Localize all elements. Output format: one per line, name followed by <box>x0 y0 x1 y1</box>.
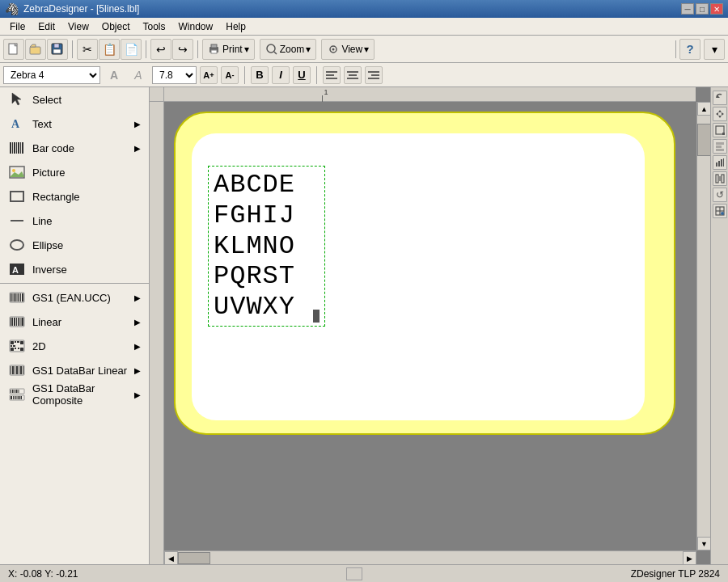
close-button[interactable]: ✕ <box>710 3 723 15</box>
rp-undo-button[interactable]: ↺ <box>713 188 727 202</box>
gs1-label: GS1 (EAN.UCC) <box>32 292 111 304</box>
align-right-button[interactable] <box>365 66 383 84</box>
horizontal-scrollbar[interactable]: ◀ ▶ <box>164 550 696 564</box>
sidebar-item-text[interactable]: A Text ▶ <box>0 112 149 136</box>
italic-button[interactable]: I <box>272 66 290 84</box>
barcode-label: Bar code <box>32 142 74 154</box>
inverse-label: Inverse <box>32 264 67 276</box>
line-icon <box>8 212 26 230</box>
svg-rect-73 <box>20 366 22 374</box>
sidebar-item-2d[interactable]: 2D ▶ <box>0 334 149 358</box>
svg-marker-90 <box>718 116 722 118</box>
help-button[interactable]: ? <box>679 39 700 60</box>
title-area: 🦓 ZebraDesigner - [5lines.lbl] <box>5 2 139 15</box>
svg-rect-96 <box>716 146 722 148</box>
svg-rect-68 <box>11 366 11 374</box>
menu-object[interactable]: Object <box>95 19 137 34</box>
font-larger-button[interactable]: A+ <box>200 66 218 84</box>
font-smaller-button[interactable]: A- <box>221 66 239 84</box>
svg-rect-78 <box>15 390 15 393</box>
statusbar: X: -0.08 Y: -0.21 ZDesigner TLP 2824 <box>0 564 728 582</box>
svg-marker-89 <box>718 110 722 112</box>
maximize-button[interactable]: □ <box>696 3 709 15</box>
sidebar-item-gs1composite[interactable]: GS1 DataBar Composite ▶ <box>0 382 149 407</box>
history-buttons: ↩ ↪ <box>150 39 193 60</box>
undo-button[interactable]: ↩ <box>150 39 171 60</box>
sidebar-item-gs1[interactable]: GS1 (EAN.UCC) ▶ <box>0 285 149 310</box>
print-arrow[interactable]: ▾ <box>244 44 249 55</box>
svg-rect-69 <box>12 366 14 374</box>
underline-button[interactable]: U <box>293 66 311 84</box>
sidebar-item-gs1databar[interactable]: GS1 DataBar Linear ▶ <box>0 358 149 382</box>
paste-button[interactable]: 📄 <box>121 39 142 60</box>
minimize-button[interactable]: ─ <box>681 3 694 15</box>
svg-point-108 <box>721 212 724 215</box>
svg-point-33 <box>12 169 15 172</box>
sidebar-item-linear[interactable]: Linear ▶ <box>0 310 149 334</box>
save-button[interactable] <box>47 39 68 60</box>
font-size-select[interactable]: 7.8 <box>152 66 197 84</box>
rp-align-button[interactable] <box>713 139 727 154</box>
scroll-thumb-v[interactable] <box>697 124 710 156</box>
menu-file[interactable]: File <box>3 19 32 34</box>
sidebar: Select A Text ▶ Bar code ▶ Picture <box>0 87 150 564</box>
view-arrow[interactable]: ▾ <box>364 44 369 55</box>
scroll-track-v[interactable] <box>697 116 710 537</box>
svg-rect-94 <box>722 133 725 135</box>
zoom-arrow[interactable]: ▾ <box>306 44 311 55</box>
sidebar-item-picture[interactable]: Picture <box>0 160 149 184</box>
rp-move-button[interactable] <box>713 107 727 121</box>
menu-window[interactable]: Window <box>172 19 220 34</box>
menu-help[interactable]: Help <box>219 19 252 34</box>
rp-special-button[interactable] <box>713 204 727 218</box>
svg-rect-77 <box>12 390 14 393</box>
svg-rect-83 <box>13 396 14 399</box>
new-button[interactable] <box>3 39 24 60</box>
gs1databar-label: GS1 DataBar Linear <box>32 365 127 377</box>
print-button[interactable]: Print ▾ <box>202 39 255 60</box>
sidebar-item-inverse[interactable]: A Inverse <box>0 257 149 281</box>
svg-text:A: A <box>11 118 20 130</box>
menu-view[interactable]: View <box>61 19 95 34</box>
canvas-area[interactable]: 1 ABCDE FGHIJ KLMNO PQRST UVWXY <box>150 87 710 564</box>
zoom-button[interactable]: Zoom ▾ <box>260 39 317 60</box>
text-line-2: FGHIJ <box>214 200 320 231</box>
rp-rotate-ccw-button[interactable] <box>713 91 727 105</box>
rp-distribute-button[interactable] <box>713 171 727 186</box>
gs1composite-icon <box>8 386 26 403</box>
open-button[interactable] <box>25 39 46 60</box>
help-arrow[interactable]: ▾ <box>704 39 725 60</box>
menu-edit[interactable]: Edit <box>32 19 61 34</box>
redo-button[interactable]: ↪ <box>172 39 193 60</box>
copy-button[interactable]: 📋 <box>99 39 120 60</box>
sidebar-item-select[interactable]: Select <box>0 87 149 112</box>
scroll-track-h[interactable] <box>178 551 683 564</box>
sidebar-item-ellipse[interactable]: Ellipse <box>0 233 149 257</box>
align-center-button[interactable] <box>344 66 362 84</box>
svg-marker-3 <box>30 44 36 47</box>
ellipse-label: Ellipse <box>32 239 63 251</box>
align-left-button[interactable] <box>323 66 341 84</box>
svg-rect-87 <box>21 396 23 399</box>
vertical-scrollbar[interactable]: ▲ ▼ <box>696 102 710 550</box>
scroll-right-button[interactable]: ▶ <box>683 551 696 564</box>
rp-chart-button[interactable] <box>713 155 727 170</box>
scroll-thumb-h[interactable] <box>178 552 210 564</box>
font-name-select[interactable]: Zebra 4 <box>3 66 100 84</box>
scroll-left-button[interactable]: ◀ <box>164 551 178 564</box>
bold-button[interactable]: B <box>251 66 269 84</box>
view-button[interactable]: View ▾ <box>321 39 375 60</box>
svg-rect-102 <box>716 175 718 183</box>
scroll-down-button[interactable]: ▼ <box>697 537 710 550</box>
svg-rect-43 <box>15 293 16 302</box>
rp-size-button[interactable] <box>713 123 727 137</box>
cut-button[interactable]: ✂ <box>77 39 98 60</box>
text-object[interactable]: ABCDE FGHIJ KLMNO PQRST UVWXY <box>208 166 325 327</box>
menu-tools[interactable]: Tools <box>137 19 172 34</box>
window-controls[interactable]: ─ □ ✕ <box>681 3 723 15</box>
sidebar-item-rectangle[interactable]: Rectangle <box>0 184 149 209</box>
scroll-up-button[interactable]: ▲ <box>697 102 710 116</box>
sidebar-item-barcode[interactable]: Bar code ▶ <box>0 136 149 160</box>
svg-rect-30 <box>20 142 21 154</box>
sidebar-item-line[interactable]: Line <box>0 209 149 233</box>
